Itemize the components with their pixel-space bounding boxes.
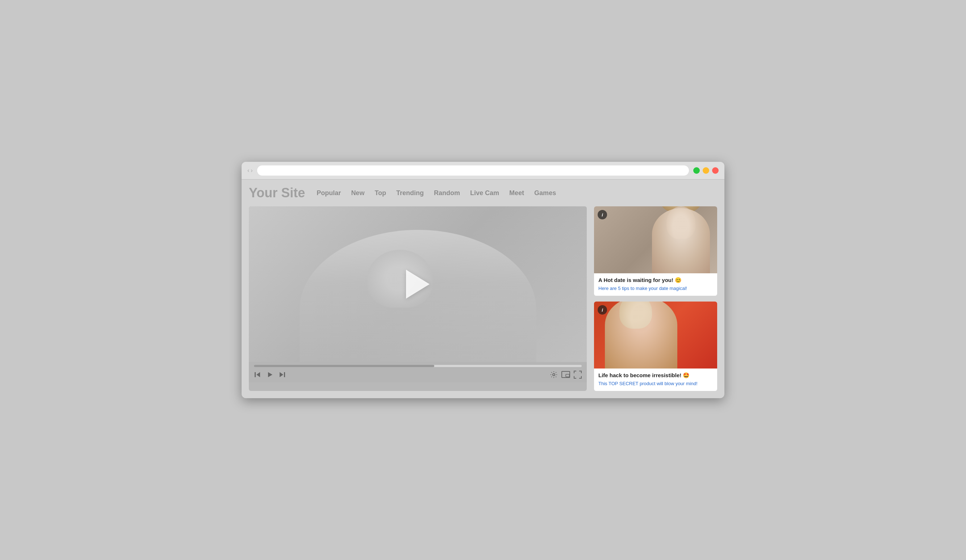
skip-forward-icon xyxy=(279,371,286,378)
close-button[interactable] xyxy=(712,167,719,174)
ad-person-body-2 xyxy=(605,301,677,368)
video-controls xyxy=(249,362,587,382)
nav-item-popular[interactable]: Popular xyxy=(317,189,341,197)
pip-button[interactable] xyxy=(562,371,570,378)
controls-right xyxy=(550,371,582,379)
controls-row xyxy=(254,371,582,379)
fullscreen-button[interactable] xyxy=(574,371,582,379)
progress-bar[interactable] xyxy=(254,365,582,367)
sidebar: i A Hot date is waiting for you! 😊 Here … xyxy=(594,206,717,391)
ad-subtitle-1[interactable]: Here are 5 tips to make your date magica… xyxy=(598,286,687,291)
ad-info-icon-2[interactable]: i xyxy=(598,305,607,314)
nav-arrows: ‹ › xyxy=(247,167,253,174)
nav-item-games[interactable]: Games xyxy=(534,189,556,197)
ad-card-2[interactable]: i Life hack to become irresistible! 🤩 Th… xyxy=(594,301,717,391)
ad-subtitle-2[interactable]: This TOP SECRET product will blow your m… xyxy=(598,381,698,386)
video-preview[interactable] xyxy=(249,206,587,362)
main-content: i A Hot date is waiting for you! 😊 Here … xyxy=(249,206,717,391)
ad-person-body-1 xyxy=(652,208,710,273)
browser-window: ‹ › Your Site Popular New Top Trending R… xyxy=(242,162,724,398)
fullscreen-icon xyxy=(574,371,582,379)
svg-marker-2 xyxy=(268,372,273,377)
maximize-button[interactable] xyxy=(693,167,700,174)
svg-rect-3 xyxy=(284,372,285,377)
controls-left xyxy=(254,371,286,378)
ad-text-1: A Hot date is waiting for you! 😊 Here ar… xyxy=(594,273,717,296)
ad-title-2: Life hack to become irresistible! 🤩 xyxy=(598,372,713,379)
progress-bar-fill xyxy=(254,365,434,367)
address-bar[interactable] xyxy=(257,165,689,175)
ad-image-1: i xyxy=(594,206,717,273)
nav-item-trending[interactable]: Trending xyxy=(396,189,424,197)
forward-arrow[interactable]: › xyxy=(251,167,253,174)
play-pause-button[interactable] xyxy=(266,371,273,378)
nav-item-meet[interactable]: Meet xyxy=(509,189,524,197)
svg-rect-0 xyxy=(255,372,256,377)
play-overlay-button[interactable] xyxy=(406,270,430,299)
site-nav: Popular New Top Trending Random Live Cam… xyxy=(317,189,556,197)
svg-marker-1 xyxy=(256,372,260,377)
ad-info-icon-1[interactable]: i xyxy=(598,210,607,219)
site-header: Your Site Popular New Top Trending Rando… xyxy=(249,185,717,201)
back-arrow[interactable]: ‹ xyxy=(247,167,249,174)
skip-back-button[interactable] xyxy=(254,371,261,378)
ad-title-1: A Hot date is waiting for you! 😊 xyxy=(598,277,713,283)
window-controls xyxy=(693,167,719,174)
svg-marker-4 xyxy=(279,372,283,377)
nav-item-random[interactable]: Random xyxy=(434,189,460,197)
ad-image-2: i xyxy=(594,301,717,368)
settings-icon xyxy=(550,371,558,379)
site-logo: Your Site xyxy=(249,185,305,201)
pip-icon xyxy=(562,371,570,378)
minimize-button[interactable] xyxy=(703,167,709,174)
svg-rect-7 xyxy=(566,374,569,377)
browser-content: Your Site Popular New Top Trending Rando… xyxy=(242,180,724,398)
play-pause-icon xyxy=(266,371,273,378)
svg-point-5 xyxy=(553,373,555,376)
nav-item-top[interactable]: Top xyxy=(375,189,386,197)
settings-button[interactable] xyxy=(550,371,558,379)
skip-forward-button[interactable] xyxy=(279,371,286,378)
nav-item-livecam[interactable]: Live Cam xyxy=(470,189,499,197)
video-container xyxy=(249,206,587,391)
ad-card-1[interactable]: i A Hot date is waiting for you! 😊 Here … xyxy=(594,206,717,296)
nav-item-new[interactable]: New xyxy=(351,189,365,197)
ad-text-2: Life hack to become irresistible! 🤩 This… xyxy=(594,368,717,391)
browser-titlebar: ‹ › xyxy=(242,162,724,180)
skip-back-icon xyxy=(254,371,261,378)
